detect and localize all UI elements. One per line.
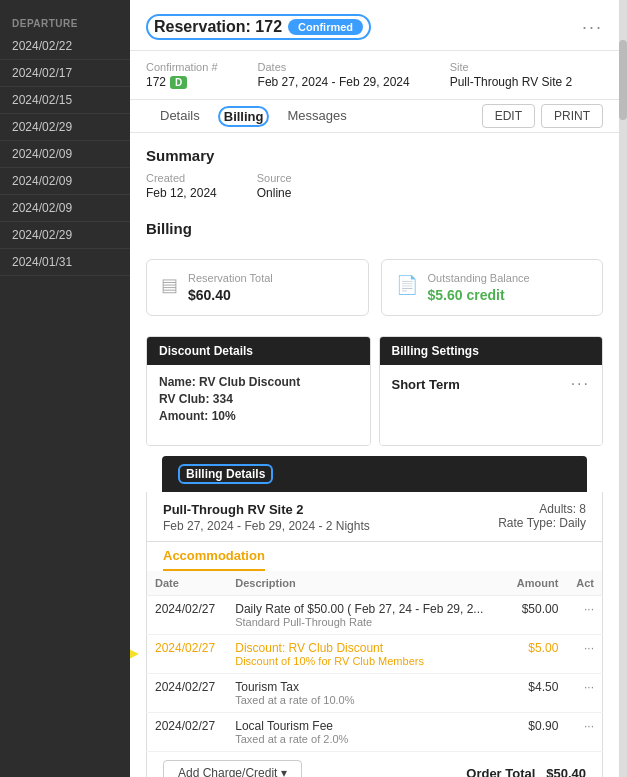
billing-details-section: Billing Details: [146, 456, 603, 492]
conf-badge: D: [170, 76, 187, 89]
reservation-panel: Reservation: 172 Confirmed ··· Confirmat…: [130, 0, 619, 777]
guests-rate-info: Adults: 8 Rate Type: Daily: [498, 502, 586, 537]
tabs-row: Details Billing Messages EDIT PRINT: [130, 100, 619, 133]
dates-meta: Dates Feb 27, 2024 - Feb 29, 2024: [258, 61, 410, 89]
col-date: Date: [147, 571, 228, 596]
sidebar: DEPARTURE 2024/02/22 2024/02/17 2024/02/…: [0, 0, 130, 777]
accommodation-tab[interactable]: Accommodation: [163, 542, 265, 571]
tab-billing[interactable]: Billing: [218, 106, 270, 127]
table-row: 2024/02/27 Daily Rate of $50.00 ( Feb 27…: [147, 596, 603, 635]
sidebar-item[interactable]: 2024/02/09: [0, 141, 130, 168]
billing-detail-info: Pull-Through RV Site 2 Feb 27, 2024 - Fe…: [146, 492, 603, 542]
accommodation-tab-row: Accommodation: [146, 542, 603, 571]
add-charge-button[interactable]: Add Charge/Credit ▾: [163, 760, 302, 777]
scrollbar-track[interactable]: [619, 0, 627, 777]
confirmation-label: Confirmation #: [146, 61, 218, 73]
created-value: Feb 12, 2024: [146, 186, 217, 200]
charges-table: Date Description Amount Act 2024/02/27 D…: [146, 571, 603, 752]
col-act: Act: [566, 571, 602, 596]
add-charge-chevron: ▾: [281, 766, 287, 777]
billing-settings-row: Short Term ···: [392, 375, 591, 393]
site-meta: Site Pull-Through RV Site 2: [450, 61, 573, 89]
tab-messages[interactable]: Messages: [273, 100, 360, 133]
dots-menu-icon[interactable]: ···: [582, 17, 603, 38]
col-amount: Amount: [506, 571, 567, 596]
print-button[interactable]: PRINT: [541, 104, 603, 128]
billing-settings-header: Billing Settings: [380, 337, 603, 365]
created-label: Created: [146, 172, 217, 184]
site-label: Site: [450, 61, 573, 73]
reservation-total-info: Reservation Total $60.40: [188, 272, 273, 303]
dates-value: Feb 27, 2024 - Feb 29, 2024: [258, 75, 410, 89]
billing-settings-box: Billing Settings Short Term ···: [379, 336, 604, 446]
outstanding-balance-card: 📄 Outstanding Balance $5.60 credit: [381, 259, 604, 316]
billing-section-title: Billing: [130, 206, 619, 249]
summary-title: Summary: [146, 147, 603, 164]
rate-type-label: Rate Type: Daily: [498, 516, 586, 530]
main-panel: Reservation: 172 Confirmed ··· Confirmat…: [130, 0, 619, 777]
discount-amount-line: Amount: 10%: [159, 409, 358, 423]
table-row: 2024/02/27 Discount: RV Club Discount Di…: [147, 635, 603, 674]
summary-grid: Created Feb 12, 2024 Source Online: [146, 172, 603, 200]
discount-rvclub-line: RV Club: 334: [159, 392, 358, 406]
source-value: Online: [257, 186, 292, 200]
site-value: Pull-Through RV Site 2: [450, 75, 573, 89]
sidebar-item[interactable]: 2024/02/09: [0, 195, 130, 222]
reservation-total-card: ▤ Reservation Total $60.40: [146, 259, 369, 316]
summary-section: Summary Created Feb 12, 2024 Source Onli…: [130, 133, 619, 206]
tabs-actions: EDIT PRINT: [482, 104, 603, 128]
sidebar-item[interactable]: 2024/02/17: [0, 60, 130, 87]
tab-details[interactable]: Details: [146, 100, 214, 133]
panel-header: Reservation: 172 Confirmed ···: [130, 0, 619, 51]
sidebar-item[interactable]: 2024/02/09: [0, 168, 130, 195]
billing-cards: ▤ Reservation Total $60.40 📄 Outstanding…: [130, 249, 619, 326]
reservation-total-value: $60.40: [188, 287, 273, 303]
adults-label: Adults: 8: [498, 502, 586, 516]
confirmed-badge: Confirmed: [288, 19, 363, 35]
billing-settings-body: Short Term ···: [380, 365, 603, 445]
discount-name-line: Name: RV Club Discount: [159, 375, 358, 389]
discount-details-body: Name: RV Club Discount RV Club: 334 Amou…: [147, 365, 370, 445]
reservation-title: Reservation: 172: [154, 18, 282, 36]
col-description: Description: [227, 571, 506, 596]
summary-source: Source Online: [257, 172, 292, 200]
outstanding-balance-value: $5.60 credit: [428, 287, 530, 303]
sidebar-item[interactable]: 2024/02/29: [0, 114, 130, 141]
scrollbar-thumb[interactable]: [619, 40, 627, 120]
card-icon: ▤: [161, 274, 178, 296]
dates-line: Feb 27, 2024 - Feb 29, 2024 - 2 Nights: [163, 519, 370, 533]
add-charge-label: Add Charge/Credit: [178, 766, 277, 777]
billing-details-header: Billing Details: [162, 456, 587, 492]
billing-title: Billing: [146, 220, 603, 237]
edit-button[interactable]: EDIT: [482, 104, 535, 128]
summary-created: Created Feb 12, 2024: [146, 172, 217, 200]
bottom-row: Add Charge/Credit ▾ Order Total $50.40: [146, 752, 603, 777]
outstanding-balance-info: Outstanding Balance $5.60 credit: [428, 272, 530, 303]
sidebar-item[interactable]: 2024/02/15: [0, 87, 130, 114]
table-row: 2024/02/27 Local Tourism Fee Taxed at a …: [147, 713, 603, 752]
reservation-total-label: Reservation Total: [188, 272, 273, 284]
reservation-title-ring: Reservation: 172 Confirmed: [146, 14, 371, 40]
meta-row: Confirmation # 172 D Dates Feb 27, 2024 …: [130, 51, 619, 100]
discount-details-box: Discount Details Name: RV Club Discount …: [146, 336, 371, 446]
sidebar-item[interactable]: 2024/01/31: [0, 249, 130, 276]
short-term-label: Short Term: [392, 377, 460, 392]
billing-details-ring-label: Billing Details: [178, 464, 273, 484]
sidebar-item[interactable]: 2024/02/22: [0, 33, 130, 60]
confirmation-value: 172 D: [146, 75, 218, 89]
sidebar-item[interactable]: 2024/02/29: [0, 222, 130, 249]
site-dates-info: Pull-Through RV Site 2 Feb 27, 2024 - Fe…: [163, 502, 370, 537]
source-label: Source: [257, 172, 292, 184]
discount-details-header: Discount Details: [147, 337, 370, 365]
site-name: Pull-Through RV Site 2: [163, 502, 370, 517]
order-total: Order Total $50.40: [466, 766, 586, 778]
departure-label: DEPARTURE: [0, 10, 130, 33]
dates-label: Dates: [258, 61, 410, 73]
balance-icon: 📄: [396, 274, 418, 296]
table-row: 2024/02/27 Tourism Tax Taxed at a rate o…: [147, 674, 603, 713]
outstanding-balance-label: Outstanding Balance: [428, 272, 530, 284]
confirmation-meta: Confirmation # 172 D: [146, 61, 218, 89]
two-col-section: Discount Details Name: RV Club Discount …: [146, 336, 603, 446]
billing-settings-dots[interactable]: ···: [571, 375, 590, 393]
